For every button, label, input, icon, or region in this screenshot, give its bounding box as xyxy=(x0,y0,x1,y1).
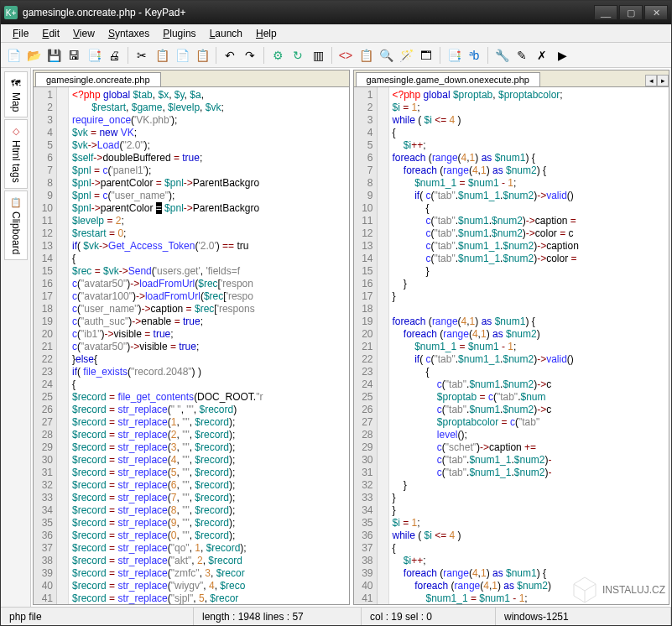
menu-plugins[interactable]: Plugins xyxy=(156,26,202,41)
gutter-left: 1234567891011121314151617181920212223242… xyxy=(34,87,57,604)
copy-doc-icon[interactable]: 📑 xyxy=(85,46,103,65)
tab-row-left: gamesingle.oncreate.php xyxy=(34,70,349,87)
tab-right[interactable]: gamesingle.game_down.onexecute.php xyxy=(356,72,540,86)
print-icon[interactable]: 🖨 xyxy=(105,46,123,65)
window-icon[interactable]: 🗔 xyxy=(417,46,435,65)
cut-icon[interactable]: ✂ xyxy=(133,46,151,65)
tab-row-right: gamesingle.game_down.onexecute.php ◂ ▸ xyxy=(354,70,669,87)
app-window: K+ gamesingle.oncreate.php - KeyPad+ __ … xyxy=(0,0,672,626)
code-icon[interactable]: <> xyxy=(336,46,355,65)
left-pane: gamesingle.oncreate.php 1234567891011121… xyxy=(33,70,350,605)
separator xyxy=(440,47,440,64)
menu-syntaxes[interactable]: Syntaxes xyxy=(102,26,156,41)
code-area-right[interactable]: 1234567891011121314151617181920212223242… xyxy=(354,87,669,604)
duplicate-icon[interactable]: 📑 xyxy=(445,46,463,65)
open-file-icon[interactable]: 📂 xyxy=(24,46,43,65)
refresh-icon[interactable]: ↻ xyxy=(289,46,307,65)
status-length: length : 1948 lines : 57 xyxy=(194,608,362,625)
maximize-button[interactable]: ▢ xyxy=(619,5,643,20)
separator xyxy=(331,47,332,64)
menu-file[interactable]: File xyxy=(6,26,35,41)
right-pane: gamesingle.game_down.onexecute.php ◂ ▸ 1… xyxy=(353,70,670,605)
paste-icon[interactable]: 📄 xyxy=(173,46,191,65)
fold-margin-left[interactable] xyxy=(57,87,69,604)
split-icon[interactable]: ▥ xyxy=(309,46,327,65)
sidebar-tab-clipboard[interactable]: 📋Clipboard xyxy=(4,190,28,260)
paste-special-icon[interactable]: 📋 xyxy=(193,46,211,65)
highlight-icon[interactable]: ✎ xyxy=(513,46,531,65)
tab-scroll-right-icon[interactable]: ▸ xyxy=(657,75,669,86)
menu-view[interactable]: View xyxy=(66,26,102,41)
close-button[interactable]: ✕ xyxy=(644,5,668,20)
erase-icon[interactable]: ✗ xyxy=(533,46,551,65)
toolbar: 📄 📂 💾 🖫 📑 🖨 ✂ 📋 📄 📋 ↶ ↷ ⚙ ↻ ▥ <> 📋 🔍 🪄 🗔… xyxy=(1,43,671,68)
wand-icon[interactable]: 🪄 xyxy=(397,46,415,65)
code-area-left[interactable]: 1234567891011121314151617181920212223242… xyxy=(34,87,349,604)
search-icon[interactable]: 🔍 xyxy=(377,46,395,65)
redo-icon[interactable]: ↷ xyxy=(241,46,259,65)
split-panes: gamesingle.oncreate.php 1234567891011121… xyxy=(31,68,671,607)
undo-icon[interactable]: ↶ xyxy=(221,46,239,65)
body-area: 🗺Map ◇Html tags 📋Clipboard gamesingle.on… xyxy=(1,68,671,607)
map-icon: 🗺 xyxy=(10,77,22,89)
minimize-button[interactable]: __ xyxy=(594,5,617,20)
app-icon: K+ xyxy=(4,6,18,19)
spellcheck-icon[interactable]: ᵃb xyxy=(465,46,483,65)
gear-icon[interactable]: ⚙ xyxy=(268,46,287,65)
fold-margin-right[interactable] xyxy=(378,87,389,604)
separator xyxy=(487,47,488,64)
sidebar-tab-map[interactable]: 🗺Map xyxy=(4,71,28,117)
clipboard-icon: 📋 xyxy=(10,196,22,208)
watermark: INSTALUJ.CZ xyxy=(570,576,665,604)
new-file-icon[interactable]: 📄 xyxy=(4,46,23,65)
menu-help[interactable]: Help xyxy=(249,26,284,41)
menu-edit[interactable]: Edit xyxy=(35,26,66,41)
editor-area: gamesingle.oncreate.php 1234567891011121… xyxy=(31,68,671,607)
run-icon[interactable]: ▶ xyxy=(553,46,571,65)
tab-scroll-left-icon[interactable]: ◂ xyxy=(645,75,657,86)
sidebar: 🗺Map ◇Html tags 📋Clipboard xyxy=(1,68,31,607)
code-right[interactable]: <?php global $proptab, $proptabcolor;$i … xyxy=(389,87,669,604)
copy-icon[interactable]: 📋 xyxy=(153,46,171,65)
titlebar[interactable]: K+ gamesingle.oncreate.php - KeyPad+ __ … xyxy=(1,1,671,24)
separator xyxy=(263,47,264,64)
separator xyxy=(128,47,128,64)
paste-code-icon[interactable]: 📋 xyxy=(357,46,375,65)
statusbar: php file length : 1948 lines : 57 col : … xyxy=(1,607,671,625)
sidebar-tab-html[interactable]: ◇Html tags xyxy=(4,119,28,189)
tool-icon[interactable]: 🔧 xyxy=(492,46,511,65)
gutter-right: 1234567891011121314151617181920212223242… xyxy=(354,87,378,604)
separator xyxy=(216,47,216,64)
tag-icon: ◇ xyxy=(10,125,22,137)
status-encoding: windows-1251 xyxy=(496,608,671,625)
menu-launch[interactable]: Launch xyxy=(203,26,249,41)
status-position: col : 19 sel : 0 xyxy=(362,608,496,625)
save-icon[interactable]: 💾 xyxy=(44,46,63,65)
menubar: File Edit View Syntaxes Plugins Launch H… xyxy=(1,24,671,43)
window-title: gamesingle.oncreate.php - KeyPad+ xyxy=(23,7,592,18)
save-all-icon[interactable]: 🖫 xyxy=(65,46,83,65)
code-left[interactable]: <?php global $tab, $x, $y, $a, $restart,… xyxy=(69,87,349,604)
status-filetype: php file xyxy=(1,608,194,625)
tab-left[interactable]: gamesingle.oncreate.php xyxy=(35,72,161,86)
cube-icon xyxy=(570,576,599,604)
